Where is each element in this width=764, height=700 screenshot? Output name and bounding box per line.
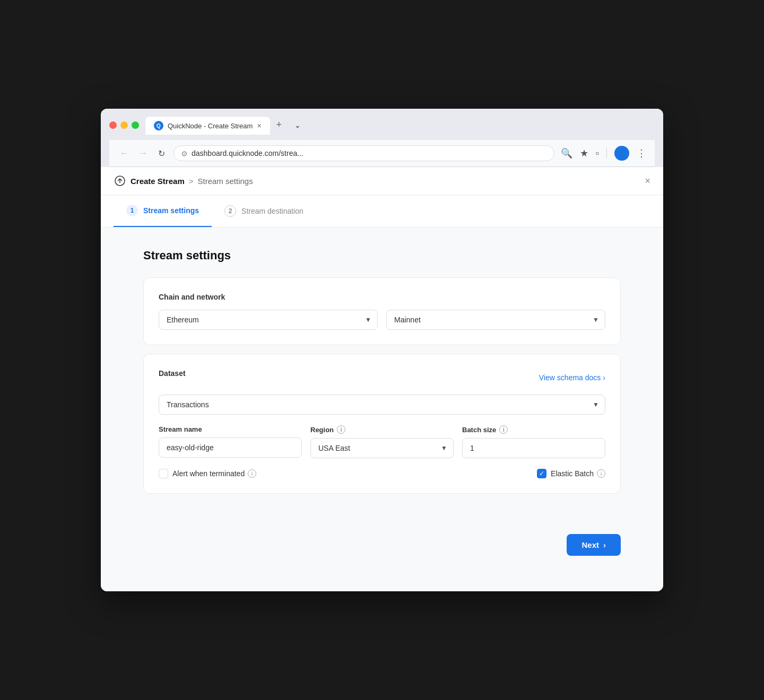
elastic-batch-checkbox[interactable]: ✓ bbox=[537, 469, 546, 478]
main-content: Stream settings Chain and network Ethere… bbox=[101, 228, 663, 523]
tab-close-button[interactable]: × bbox=[257, 121, 261, 130]
tabs-bar: Q QuickNode - Create Stream × + ⌄ bbox=[145, 115, 307, 135]
dataset-card: Dataset View schema docs › Transactions … bbox=[143, 354, 621, 494]
page-content: Create Stream > Stream settings × 1 Stre… bbox=[101, 167, 663, 591]
step-1-label: Stream settings bbox=[143, 206, 199, 215]
batch-size-label: Batch size i bbox=[462, 425, 605, 434]
page-title: Stream settings bbox=[143, 249, 621, 262]
menu-icon[interactable]: ⋮ bbox=[637, 147, 646, 159]
region-group: Region i USA East ▼ bbox=[310, 425, 454, 458]
address-text: dashboard.quicknode.com/strea... bbox=[192, 149, 546, 158]
network-select[interactable]: Mainnet bbox=[386, 310, 605, 330]
tab-favicon: Q bbox=[154, 121, 163, 130]
user-avatar[interactable]: 👤 bbox=[614, 146, 629, 161]
breadcrumb-bar: Create Stream > Stream settings × bbox=[101, 167, 663, 195]
new-tab-button[interactable]: + bbox=[270, 115, 289, 135]
dataset-header: Dataset View schema docs › bbox=[159, 369, 605, 386]
network-select-wrapper: Mainnet ▼ bbox=[386, 310, 605, 330]
alert-terminated-group: Alert when terminated i bbox=[159, 469, 256, 478]
maximize-button[interactable] bbox=[132, 121, 139, 129]
browser-actions: 🔍 ★ ▫ 👤 ⋮ bbox=[561, 146, 646, 161]
step-2-label: Stream destination bbox=[241, 207, 303, 215]
step-1-number: 1 bbox=[126, 205, 138, 216]
address-security-icon: ⊙ bbox=[181, 150, 187, 158]
dataset-label: Dataset bbox=[159, 369, 186, 378]
address-input[interactable]: ⊙ dashboard.quicknode.com/strea... bbox=[173, 145, 554, 161]
search-icon[interactable]: 🔍 bbox=[561, 147, 572, 159]
step-1[interactable]: 1 Stream settings bbox=[114, 195, 212, 227]
breadcrumb-separator: > bbox=[189, 177, 194, 186]
elastic-batch-group: ✓ Elastic Batch i bbox=[537, 469, 605, 478]
view-docs-link[interactable]: View schema docs › bbox=[539, 373, 605, 382]
tab-dropdown-button[interactable]: ⌄ bbox=[288, 117, 307, 134]
chain-select-wrapper: Ethereum ▼ bbox=[159, 310, 378, 330]
chain-network-row: Ethereum ▼ Mainnet ▼ bbox=[159, 310, 605, 330]
options-row: Alert when terminated i ✓ Elastic Batch … bbox=[159, 469, 605, 478]
batch-size-group: Batch size i bbox=[462, 425, 605, 458]
breadcrumb-current: Create Stream bbox=[131, 177, 185, 186]
tab-title-text: QuickNode - Create Stream bbox=[168, 122, 253, 130]
stream-logo-icon bbox=[114, 174, 126, 187]
chain-network-card: Chain and network Ethereum ▼ Mainnet ▼ bbox=[143, 277, 621, 345]
region-info-icon[interactable]: i bbox=[337, 425, 345, 434]
step-2-number: 2 bbox=[224, 205, 236, 217]
chain-network-label: Chain and network bbox=[159, 293, 605, 301]
minimize-button[interactable] bbox=[120, 121, 128, 129]
page-footer: Next › bbox=[101, 523, 663, 566]
close-icon[interactable]: × bbox=[645, 176, 650, 187]
browser-chrome: Q QuickNode - Create Stream × + ⌄ ← → ↻ … bbox=[101, 109, 663, 167]
close-button[interactable] bbox=[109, 121, 117, 129]
steps-bar: 1 Stream settings 2 Stream destination bbox=[101, 195, 663, 228]
stream-name-label: Stream name bbox=[159, 425, 302, 433]
dataset-select-wrapper: Transactions ▼ bbox=[159, 395, 605, 415]
batch-size-info-icon[interactable]: i bbox=[499, 425, 508, 434]
breadcrumb: Create Stream > Stream settings bbox=[114, 174, 253, 187]
back-button[interactable]: ← bbox=[118, 146, 131, 160]
stream-name-input[interactable] bbox=[159, 438, 302, 458]
dataset-select[interactable]: Transactions bbox=[159, 395, 605, 415]
elastic-batch-label: Elastic Batch i bbox=[551, 469, 605, 478]
bookmark-icon[interactable]: ★ bbox=[580, 147, 588, 159]
batch-size-input[interactable] bbox=[462, 438, 605, 458]
stream-name-group: Stream name bbox=[159, 425, 302, 458]
active-tab[interactable]: Q QuickNode - Create Stream × bbox=[145, 117, 270, 135]
breadcrumb-sub: Stream settings bbox=[197, 177, 253, 186]
alert-terminated-label: Alert when terminated i bbox=[172, 469, 256, 478]
browser-window: Q QuickNode - Create Stream × + ⌄ ← → ↻ … bbox=[101, 109, 663, 591]
stream-settings-row: Stream name Region i USA East bbox=[159, 425, 605, 458]
forward-button[interactable]: → bbox=[137, 146, 150, 160]
alert-terminated-info-icon[interactable]: i bbox=[248, 469, 256, 478]
region-select-wrapper: USA East ▼ bbox=[310, 438, 454, 458]
traffic-lights bbox=[109, 121, 139, 129]
region-label: Region i bbox=[310, 425, 454, 434]
region-select[interactable]: USA East bbox=[310, 438, 454, 458]
browser-controls: Q QuickNode - Create Stream × + ⌄ bbox=[109, 115, 655, 135]
chain-select[interactable]: Ethereum bbox=[159, 310, 378, 330]
divider bbox=[606, 148, 607, 159]
refresh-button[interactable]: ↻ bbox=[156, 146, 167, 161]
elastic-batch-info-icon[interactable]: i bbox=[597, 469, 605, 478]
alert-terminated-checkbox[interactable] bbox=[159, 469, 168, 478]
next-button[interactable]: Next › bbox=[567, 534, 621, 556]
extensions-icon[interactable]: ▫ bbox=[596, 148, 599, 159]
address-bar: ← → ↻ ⊙ dashboard.quicknode.com/strea...… bbox=[109, 140, 655, 167]
step-2[interactable]: 2 Stream destination bbox=[212, 195, 316, 227]
